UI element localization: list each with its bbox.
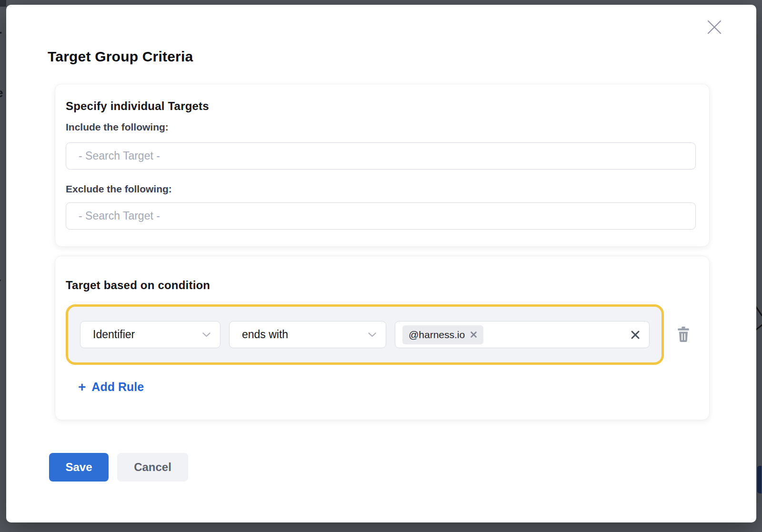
background-overlay-right: o bbox=[756, 0, 762, 532]
close-button[interactable] bbox=[704, 17, 724, 37]
background-navy-fragment bbox=[757, 466, 762, 493]
cancel-button[interactable]: Cancel bbox=[117, 453, 188, 482]
condition-card: Target based on condition Identifier end… bbox=[55, 256, 710, 420]
include-label: Include the following: bbox=[66, 121, 169, 133]
condition-heading: Target based on condition bbox=[66, 279, 210, 292]
include-target-search-input[interactable] bbox=[66, 142, 696, 170]
values-tag-input[interactable]: @harness.io bbox=[395, 321, 650, 348]
chevron-down-icon bbox=[202, 332, 211, 337]
close-icon bbox=[706, 19, 723, 36]
delete-rule-button[interactable] bbox=[675, 326, 692, 343]
chevron-down-icon bbox=[368, 332, 376, 337]
add-rule-button[interactable]: + Add Rule bbox=[78, 380, 144, 394]
exclude-target-search-input[interactable] bbox=[66, 202, 696, 230]
value-chip-label: @harness.io bbox=[409, 329, 465, 341]
plus-icon: + bbox=[78, 381, 86, 394]
clear-values-button[interactable] bbox=[630, 330, 641, 340]
remove-value-chip-button[interactable] bbox=[470, 331, 477, 338]
attribute-select-value: Identifier bbox=[93, 328, 135, 341]
value-chip: @harness.io bbox=[402, 325, 483, 344]
background-text-fragment: r bbox=[0, 275, 1, 289]
clear-x-icon bbox=[630, 330, 641, 340]
save-button[interactable]: Save bbox=[49, 453, 109, 482]
background-line-fragment bbox=[756, 302, 762, 317]
background-text-fragment: er bbox=[0, 28, 2, 42]
background-dark-corner bbox=[0, 0, 6, 7]
background-line-fragment bbox=[756, 323, 762, 334]
trash-icon bbox=[676, 326, 691, 342]
exclude-label: Exclude the following: bbox=[66, 183, 172, 195]
background-text-fragment: pe bbox=[0, 86, 3, 100]
attribute-select[interactable]: Identifier bbox=[80, 321, 221, 348]
operator-select-value: ends with bbox=[242, 328, 288, 341]
individual-targets-heading: Specify individual Targets bbox=[66, 100, 209, 113]
target-group-criteria-modal: Target Group Criteria Specify individual… bbox=[6, 5, 756, 522]
add-rule-label: Add Rule bbox=[91, 380, 144, 394]
chip-remove-icon bbox=[470, 331, 477, 338]
modal-title: Target Group Criteria bbox=[48, 49, 193, 65]
condition-rule-row: Identifier ends with @harness.io bbox=[66, 304, 664, 365]
individual-targets-card: Specify individual Targets Include the f… bbox=[55, 84, 710, 247]
background-overlay-left: er pe cl o cl o r o bbox=[0, 0, 6, 532]
operator-select[interactable]: ends with bbox=[229, 321, 386, 348]
